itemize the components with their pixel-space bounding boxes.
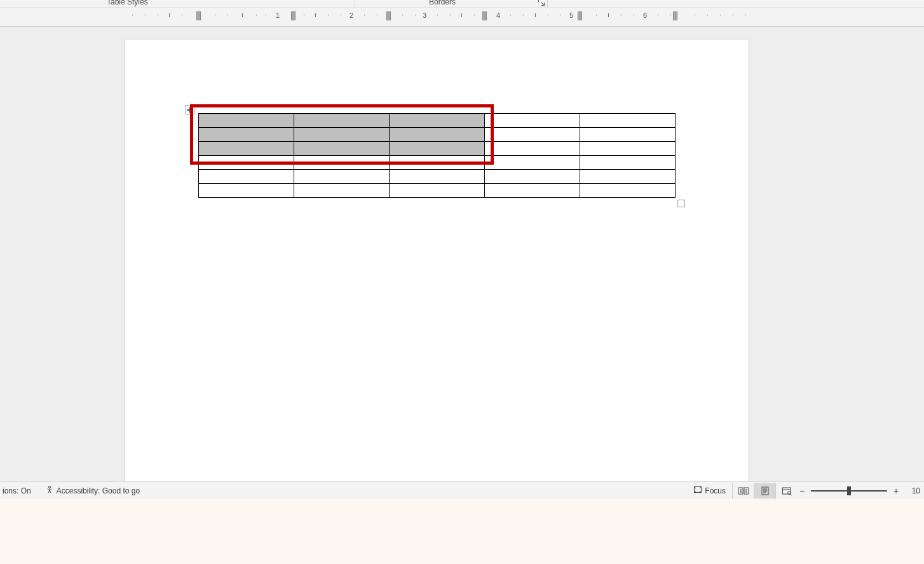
table-cell[interactable] (485, 142, 580, 156)
table-cell[interactable] (294, 128, 390, 142)
table-cell[interactable] (199, 184, 294, 198)
web-layout-button[interactable] (775, 483, 797, 499)
zoom-out-button[interactable]: − (797, 486, 807, 496)
ruler-number: 3 (423, 11, 426, 19)
ruler-number: 5 (569, 11, 573, 19)
document-area[interactable] (0, 27, 924, 500)
ruler-column-marker[interactable] (482, 11, 487, 20)
status-predictions-label: ions: On (3, 486, 31, 495)
table-row[interactable] (199, 114, 676, 128)
table-cell[interactable] (294, 184, 390, 198)
table-cell[interactable] (580, 184, 676, 198)
table-cell[interactable] (390, 128, 485, 142)
zoom-slider[interactable] (811, 483, 887, 499)
ruler-column-marker[interactable] (291, 11, 296, 20)
ribbon-group-table-styles: Table Styles (107, 0, 148, 6)
table-cell[interactable] (294, 114, 390, 128)
table-cell[interactable] (485, 128, 580, 142)
table-cell[interactable] (199, 142, 294, 156)
svg-point-0 (48, 486, 50, 488)
table-cell[interactable] (580, 170, 676, 184)
table-cell[interactable] (485, 170, 580, 184)
borders-dialog-launcher[interactable] (538, 0, 545, 6)
status-accessibility-label: Accessibility: Good to go (57, 486, 140, 495)
table-row[interactable] (199, 170, 676, 184)
ruler-number: 6 (643, 11, 647, 19)
status-accessibility[interactable]: Accessibility: Good to go (43, 485, 142, 496)
zoom-in-button[interactable]: + (891, 486, 901, 496)
svg-rect-4 (762, 487, 768, 495)
ruler-column-marker[interactable] (196, 11, 201, 20)
table-cell[interactable] (485, 184, 580, 198)
ribbon-group-labels: Table Styles Borders (0, 0, 924, 8)
status-text-predictions[interactable]: ions: On (0, 486, 34, 495)
focus-mode-button[interactable]: Focus (691, 485, 728, 496)
table-cell[interactable] (485, 114, 580, 128)
ruler-number: 4 (496, 11, 500, 19)
window-padding (0, 499, 924, 564)
table-cell[interactable] (199, 128, 294, 142)
ruler-number: 1 (276, 11, 280, 19)
table-cell[interactable] (580, 114, 676, 128)
svg-rect-5 (782, 488, 791, 494)
table-cell[interactable] (199, 170, 294, 184)
table-cell[interactable] (580, 142, 676, 156)
zoom-slider-thumb[interactable] (847, 486, 851, 495)
table-cell[interactable] (390, 114, 485, 128)
table-cell[interactable] (580, 128, 676, 142)
document-table[interactable] (198, 113, 676, 198)
ruler-column-marker[interactable] (673, 11, 677, 20)
table-cell[interactable] (199, 156, 294, 170)
ruler-number: 2 (350, 11, 353, 19)
table-cell[interactable] (485, 156, 580, 170)
ribbon-group-borders: Borders (429, 0, 456, 6)
focus-label: Focus (705, 486, 726, 495)
table-cell[interactable] (390, 170, 485, 184)
table-cell[interactable] (390, 142, 485, 156)
table-row[interactable] (199, 128, 676, 142)
table-row[interactable] (199, 156, 676, 170)
ruler-column-marker[interactable] (386, 11, 391, 20)
table-cell[interactable] (294, 156, 390, 170)
table-cell[interactable] (294, 142, 390, 156)
table-cell[interactable] (294, 170, 390, 184)
table-row[interactable] (199, 142, 676, 156)
app-root: Table Styles Borders · · · ı · · · ı · ·… (0, 0, 924, 564)
status-bar: ions: On Accessibility: Good to go Focus (0, 481, 924, 499)
table-resize-handle[interactable] (677, 200, 685, 207)
table-row[interactable] (199, 184, 676, 198)
print-layout-button[interactable] (754, 483, 775, 499)
table-cell[interactable] (199, 114, 294, 128)
zoom-percentage[interactable]: 10 (901, 486, 920, 495)
page[interactable] (125, 39, 749, 481)
read-mode-button[interactable] (732, 483, 754, 499)
ribbon-separator (355, 0, 355, 7)
horizontal-ruler[interactable]: · · · ı · · · ı · · 1 · ı · · 2 · · · · … (0, 8, 924, 27)
focus-icon (693, 485, 702, 496)
table-cell[interactable] (580, 156, 676, 170)
ruler-column-marker[interactable] (578, 11, 582, 20)
ribbon-separator-2 (547, 0, 548, 7)
table-cell[interactable] (390, 156, 485, 170)
table-cell[interactable] (390, 184, 485, 198)
accessibility-icon (45, 485, 54, 496)
table-move-handle[interactable] (186, 105, 194, 114)
